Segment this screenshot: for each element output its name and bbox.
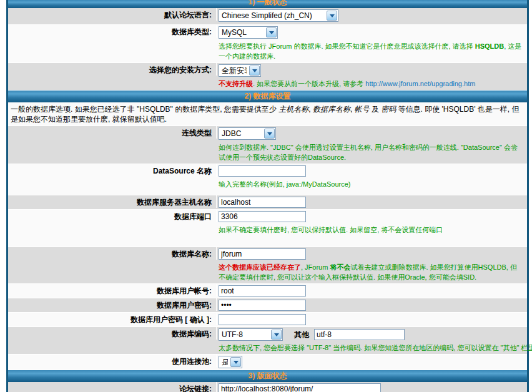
row-forum-link: 论坛链接: bbox=[8, 382, 527, 392]
section-2-title: 2) 数据库设置 bbox=[244, 92, 290, 100]
desc-text: , bbox=[308, 105, 313, 114]
database-password-label: 数据库用户密码: bbox=[8, 298, 217, 311]
row-default-language: 默认论坛语言: Chinese Simplifed (zh_CN) bbox=[8, 8, 527, 25]
database-encoding-value: UTF-8 bbox=[222, 330, 268, 339]
database-name-field: 这个数据库应该已经存在了, JForum 将不会试着去建立或删除数据库. 如果您… bbox=[217, 247, 527, 283]
database-user-field bbox=[217, 284, 527, 298]
desc-password: 密码 bbox=[381, 105, 396, 114]
section-3-header: 3) 版面状态 bbox=[8, 370, 527, 382]
datasource-name-label: DataSource 名称 bbox=[8, 164, 217, 177]
connection-type-help: 如何连到数据库. "JDBC" 会使用透过设置主机名称, 用户名称和密码的一般连… bbox=[219, 142, 523, 162]
database-name-label: 数据库名称: bbox=[8, 247, 217, 260]
install-type-warning: 不支持升级. 如果您要从前一个版本升级, 请参考 http://www.jfor… bbox=[219, 79, 523, 89]
desc-hostname: 主机名称 bbox=[278, 105, 308, 114]
install-type-label: 选择您的安装方式: bbox=[8, 63, 217, 76]
row-install-type: 选择您的安装方式: 全新安装 不支持升级. 如果您要从前一个版本升级, 请参考 … bbox=[8, 63, 527, 91]
desc-dbname: 数据库名称 bbox=[313, 105, 350, 114]
database-password-field bbox=[217, 298, 527, 312]
default-language-label: 默认论坛语言: bbox=[8, 8, 217, 21]
database-encoding-select[interactable]: UTF-8 bbox=[219, 328, 283, 341]
database-user-label: 数据库用户帐号: bbox=[8, 284, 217, 296]
chevron-down-icon bbox=[230, 357, 241, 367]
row-database-password: 数据库用户密码: bbox=[8, 298, 527, 313]
upgrade-help-text: . 如果您要从前一个版本升级, 请参考 bbox=[253, 80, 365, 87]
database-type-field: MySQL 选择您想要执行 JForum 的数据库. 如果您不知道它是什麽意思或… bbox=[217, 25, 527, 62]
will-not-bold: 将不会 bbox=[330, 263, 350, 271]
database-type-select[interactable]: MySQL bbox=[219, 26, 278, 39]
database-port-help: 如果不确定要填什麽时, 您可以保持默认值. 如果留空, 将不会设置任何端口 bbox=[219, 225, 523, 235]
install-type-field: 全新安装 不支持升级. 如果您要从前一个版本升级, 请参考 http://www… bbox=[217, 63, 527, 90]
row-connection-type: 连线类型 JDBC 如何连到数据库. "JDBC" 会使用透过设置主机名称, 用… bbox=[8, 126, 527, 164]
default-language-select[interactable]: Chinese Simplifed (zh_CN) bbox=[219, 9, 338, 22]
database-host-input[interactable] bbox=[219, 197, 306, 208]
datasource-name-input[interactable] bbox=[219, 165, 306, 177]
install-form: 1) 一般状态 默认论坛语言: Chinese Simplifed (zh_CN… bbox=[6, 0, 529, 392]
install-type-value: 全新安装 bbox=[222, 66, 247, 76]
database-port-label: 数据库端口 bbox=[8, 210, 217, 222]
connection-pool-select[interactable]: 是 bbox=[219, 356, 242, 368]
chevron-down-icon bbox=[271, 330, 282, 340]
database-user-input[interactable] bbox=[219, 285, 306, 296]
database-type-value: MySQL bbox=[222, 28, 264, 37]
chevron-down-icon bbox=[327, 11, 337, 21]
database-type-label: 数据库类型: bbox=[8, 25, 217, 37]
desc-text: , bbox=[350, 105, 355, 114]
chevron-down-icon bbox=[249, 66, 260, 76]
other-encoding-label: 其他 bbox=[294, 330, 309, 340]
db-exists-warning: 这个数据库应该已经存在了 bbox=[219, 263, 301, 271]
connection-pool-label: 使用连接池: bbox=[8, 355, 217, 367]
connection-type-field: JDBC 如何连到数据库. "JDBC" 会使用透过设置主机名称, 用户名称和密… bbox=[217, 126, 527, 164]
upgrading-link[interactable]: http://www.jforum.net/upgrading.htm bbox=[365, 80, 475, 87]
connection-type-label: 连线类型 bbox=[8, 126, 217, 139]
default-language-value: Chinese Simplifed (zh_CN) bbox=[222, 11, 324, 20]
forum-link-field bbox=[217, 382, 527, 392]
section-1-title: 1) 一般状态 bbox=[8, 0, 527, 8]
connection-type-select[interactable]: JDBC bbox=[219, 127, 276, 140]
row-connection-pool: 使用连接池: 是 bbox=[8, 355, 527, 370]
no-upgrade-warning: 不支持升级 bbox=[219, 80, 253, 87]
datasource-name-field: 输入完整的名称(例如, java:/MyDataSource) bbox=[217, 164, 527, 190]
row-database-user: 数据库用户帐号: bbox=[8, 284, 527, 298]
default-language-field: Chinese Simplifed (zh_CN) bbox=[217, 8, 527, 23]
database-password-input[interactable] bbox=[219, 300, 306, 311]
database-password-confirm-field bbox=[217, 313, 527, 326]
row-datasource-name: DataSource 名称 输入完整的名称(例如, java:/MyDataSo… bbox=[8, 164, 527, 195]
forum-link-input[interactable] bbox=[219, 383, 381, 392]
forum-link-label: 论坛链接: bbox=[8, 382, 217, 392]
install-page: 1) 一般状态 默认论坛语言: Chinese Simplifed (zh_CN… bbox=[0, 0, 532, 392]
desc-account: 帐号 bbox=[355, 105, 370, 114]
help-text: , JForum bbox=[301, 263, 330, 271]
row-database-port: 数据库端口 如果不确定要填什麽时, 您可以保持默认值. 如果留空, 将不会设置任… bbox=[8, 210, 527, 247]
row-database-type: 数据库类型: MySQL 选择您想要执行 JForum 的数据库. 如果您不知道… bbox=[8, 25, 527, 63]
database-encoding-help: 太多数情况下, 您会想要选择 "UTF-8" 当作编码. 如果您知道您所在地区的… bbox=[219, 343, 532, 353]
row-database-password-confirm: 数据库用户密码 [ 确认 ]: bbox=[8, 313, 527, 327]
database-type-help: 选择您想要执行 JForum 的数据库. 如果您不知道它是什麽意思或该选择什麽,… bbox=[219, 41, 523, 61]
help-hsqldb-bold: HSQLDB bbox=[475, 42, 504, 50]
section-3-title: 3) 版面状态 bbox=[248, 371, 287, 380]
row-database-name: 数据库名称: 这个数据库应该已经存在了, JForum 将不会试着去建立或删除数… bbox=[8, 247, 527, 284]
row-database-encoding: 数据库编码: UTF-8 其他 太多数情况下, 您会想要选择 "UTF-8" 当… bbox=[8, 327, 527, 355]
database-name-input[interactable] bbox=[219, 248, 306, 260]
encoding-controls: UTF-8 其他 bbox=[219, 328, 532, 341]
connection-type-value: JDBC bbox=[222, 129, 262, 138]
database-host-label: 数据库服务器主机名称 bbox=[8, 195, 217, 208]
chevron-down-icon bbox=[266, 27, 277, 37]
database-encoding-field: UTF-8 其他 太多数情况下, 您会想要选择 "UTF-8" 当作编码. 如果… bbox=[217, 327, 532, 354]
chevron-down-icon bbox=[264, 129, 275, 139]
row-database-host: 数据库服务器主机名称 bbox=[8, 195, 527, 210]
database-port-input[interactable] bbox=[219, 211, 306, 222]
row-database-description: 一般的数据库选项. 如果您已经选了非 "HSQLDB" 的数据库类型, 您需要提… bbox=[8, 102, 527, 126]
section-2-header: 2) 数据库设置 bbox=[8, 91, 527, 102]
database-password-confirm-input[interactable] bbox=[219, 314, 306, 325]
database-encoding-label: 数据库编码: bbox=[8, 327, 217, 340]
connection-pool-field: 是 bbox=[217, 355, 527, 370]
connection-pool-value: 是 bbox=[222, 357, 228, 368]
database-port-field: 如果不确定要填什麽时, 您可以保持默认值. 如果留空, 将不会设置任何端口 bbox=[217, 210, 527, 236]
help-text: 选择您想要执行 JForum 的数据库. 如果您不知道它是什麽意思或该选择什麽,… bbox=[219, 42, 475, 50]
other-encoding-input[interactable] bbox=[314, 329, 405, 340]
install-type-select[interactable]: 全新安装 bbox=[219, 64, 261, 77]
database-options-description: 一般的数据库选项. 如果您已经选了非 "HSQLDB" 的数据库类型, 您需要提… bbox=[8, 102, 527, 125]
desc-text: 一般的数据库选项. 如果您已经选了非 "HSQLDB" 的数据库类型, 您需要提… bbox=[11, 105, 278, 114]
database-host-field bbox=[217, 195, 527, 209]
database-password-confirm-label: 数据库用户密码 [ 确认 ]: bbox=[8, 313, 217, 325]
